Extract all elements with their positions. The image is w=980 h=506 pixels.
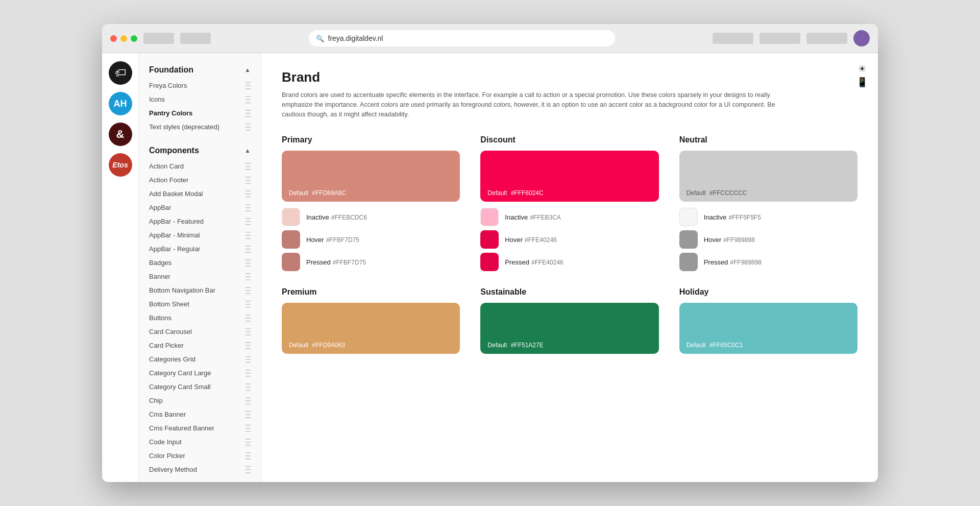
neutral-pressed-row: Pressed#FF989898 xyxy=(679,253,857,271)
nav-item-code-input[interactable]: Code Input xyxy=(139,435,261,449)
primary-default-label: Default #FFD69A8C xyxy=(289,189,346,197)
drag-handle xyxy=(246,163,251,170)
nav-item-badges[interactable]: Badges xyxy=(139,256,261,270)
discount-title: Discount xyxy=(480,135,658,144)
back-button[interactable] xyxy=(143,33,174,44)
address-bar[interactable]: 🔍 freya.digitaldev.nl xyxy=(309,30,615,46)
primary-pressed-label: Pressed#FFBF7D75 xyxy=(306,258,366,266)
components-section-header[interactable]: Components ▲ xyxy=(139,142,261,159)
discount-inactive-row: Inactive#FFEB3CA xyxy=(480,208,658,226)
sidebar-brand-etos[interactable]: Etos xyxy=(109,153,132,177)
primary-inactive-row: Inactive#FFEBCDC6 xyxy=(282,208,460,226)
nav-item-appbar[interactable]: AppBar xyxy=(139,201,261,214)
foundation-section-header[interactable]: Foundation ▲ xyxy=(139,61,261,79)
sidebar-brand-ah[interactable]: AH xyxy=(109,92,132,115)
foundation-label: Foundation xyxy=(149,65,193,75)
color-section-neutral: Neutral Default #FFCCCCCC Inactive#FFF5F… xyxy=(679,135,857,271)
drag-handle xyxy=(246,273,251,280)
nav-item-cms-banner[interactable]: Cms Banner xyxy=(139,407,261,421)
drag-handle xyxy=(246,315,251,322)
nav-item-cms-featured-banner[interactable]: Cms Featured Banner xyxy=(139,421,261,435)
nav-item-category-card-small[interactable]: Category Card Small xyxy=(139,380,261,394)
primary-title: Primary xyxy=(282,135,460,144)
premium-title: Premium xyxy=(282,287,460,297)
page-description: Brand colors are used to accentuate spec… xyxy=(282,90,792,119)
foundation-items: Freya Colors Icons Pantry Colors Text st… xyxy=(139,79,261,134)
traffic-lights xyxy=(110,35,137,42)
nav-item-chip[interactable]: Chip xyxy=(139,394,261,407)
theme-toggle[interactable]: ☀ 📱 xyxy=(856,63,868,88)
nav-item-bottom-sheet[interactable]: Bottom Sheet xyxy=(139,297,261,311)
browser-chrome: 🔍 freya.digitaldev.nl xyxy=(102,24,878,53)
drag-handle xyxy=(246,397,251,404)
drag-handle xyxy=(246,466,251,473)
sustainable-title: Sustainable xyxy=(480,287,658,297)
nav-item-freya-colors[interactable]: Freya Colors xyxy=(139,79,261,92)
neutral-title: Neutral xyxy=(679,135,857,144)
neutral-pressed-label: Pressed#FF989898 xyxy=(704,258,762,266)
forward-button[interactable] xyxy=(180,33,211,44)
browser-content: 🏷 AH & Etos Foundation ▲ Freya Colors xyxy=(102,53,878,482)
user-avatar[interactable] xyxy=(853,30,870,46)
primary-pressed-swatch xyxy=(282,253,300,271)
nav-item-appbar-regular[interactable]: AppBar - Regular xyxy=(139,242,261,256)
discount-default-hex: #FFF6024C xyxy=(511,189,544,197)
nav-item-action-card[interactable]: Action Card xyxy=(139,159,261,173)
url-text: freya.digitaldev.nl xyxy=(328,34,383,42)
nav-item-icons[interactable]: Icons xyxy=(139,92,261,106)
nav-item-delivery-method[interactable]: Delivery Method xyxy=(139,463,261,476)
nav-item-text-styles[interactable]: Text styles (deprecated) xyxy=(139,120,261,134)
nav-item-action-footer[interactable]: Action Footer xyxy=(139,173,261,187)
drag-handle xyxy=(246,328,251,335)
drag-handle xyxy=(246,204,251,211)
neutral-inactive-row: Inactive#FFF5F5F5 xyxy=(679,208,857,226)
nav-item-buttons[interactable]: Buttons xyxy=(139,311,261,325)
nav-item-add-basket-modal[interactable]: Add Basket Modal xyxy=(139,187,261,201)
sidebar-brand-ampersand[interactable]: & xyxy=(109,123,132,146)
sustainable-swatch-large: Default #FF51A27E xyxy=(480,303,658,354)
nav-item-categories-grid[interactable]: Categories Grid xyxy=(139,352,261,366)
nav-item-category-card-large[interactable]: Category Card Large xyxy=(139,366,261,380)
close-button[interactable] xyxy=(110,35,117,42)
nav-item-pantry-colors[interactable]: Pantry Colors xyxy=(139,106,261,120)
drag-handle xyxy=(246,177,251,184)
tag-icon: 🏷 xyxy=(115,66,126,80)
drag-handle xyxy=(246,342,251,349)
nav-item-card-carousel[interactable]: Card Carousel xyxy=(139,325,261,339)
primary-hover-row: Hover#FFBF7D75 xyxy=(282,230,460,249)
primary-hover-label: Hover#FFBF7D75 xyxy=(306,236,359,244)
maximize-button[interactable] xyxy=(131,35,137,42)
ampersand-icon: & xyxy=(116,128,125,141)
nav-item-appbar-minimal[interactable]: AppBar - Minimal xyxy=(139,228,261,242)
neutral-hover-row: Hover#FF989898 xyxy=(679,230,857,249)
drag-handle xyxy=(246,96,251,103)
holiday-swatch-large: Default #FF65C0C1 xyxy=(679,303,857,354)
primary-swatch-large: Default #FFD69A8C xyxy=(282,151,460,202)
toolbar-btn-1[interactable] xyxy=(713,33,753,44)
discount-default-label: Default #FFF6024C xyxy=(487,189,543,197)
primary-variants: Inactive#FFEBCDC6 Hover#FFBF7D75 xyxy=(282,208,460,271)
nav-item-color-picker[interactable]: Color Picker xyxy=(139,449,261,463)
nav-item-banner[interactable]: Banner xyxy=(139,270,261,283)
color-grid: Primary Default #FFD69A8C Inactive#FFEBC… xyxy=(282,135,857,360)
drag-handle xyxy=(246,259,251,267)
drag-handle xyxy=(246,383,251,391)
etos-icon: Etos xyxy=(112,161,128,169)
neutral-default-label: Default #FFCCCCCC xyxy=(687,189,747,197)
toolbar-btn-3[interactable] xyxy=(806,33,847,44)
drag-handle xyxy=(246,110,251,117)
nav-item-appbar-featured[interactable]: AppBar - Featured xyxy=(139,214,261,228)
minimize-button[interactable] xyxy=(120,35,127,42)
page-title: Brand xyxy=(282,69,857,85)
nav-item-card-picker[interactable]: Card Picker xyxy=(139,339,261,352)
nav-item-bottom-nav[interactable]: Bottom Navigation Bar xyxy=(139,283,261,297)
toolbar-btn-2[interactable] xyxy=(760,33,800,44)
sun-icon: ☀ xyxy=(858,63,866,75)
primary-hover-swatch xyxy=(282,230,300,249)
discount-pressed-swatch xyxy=(480,253,499,271)
discount-swatch-large: Default #FFF6024C xyxy=(480,151,658,202)
color-section-discount: Discount Default #FFF6024C Inactive#FFEB… xyxy=(480,135,658,271)
sidebar-brand-tag[interactable]: 🏷 xyxy=(109,61,132,85)
drag-handle xyxy=(246,452,251,460)
drag-handle xyxy=(246,356,251,363)
